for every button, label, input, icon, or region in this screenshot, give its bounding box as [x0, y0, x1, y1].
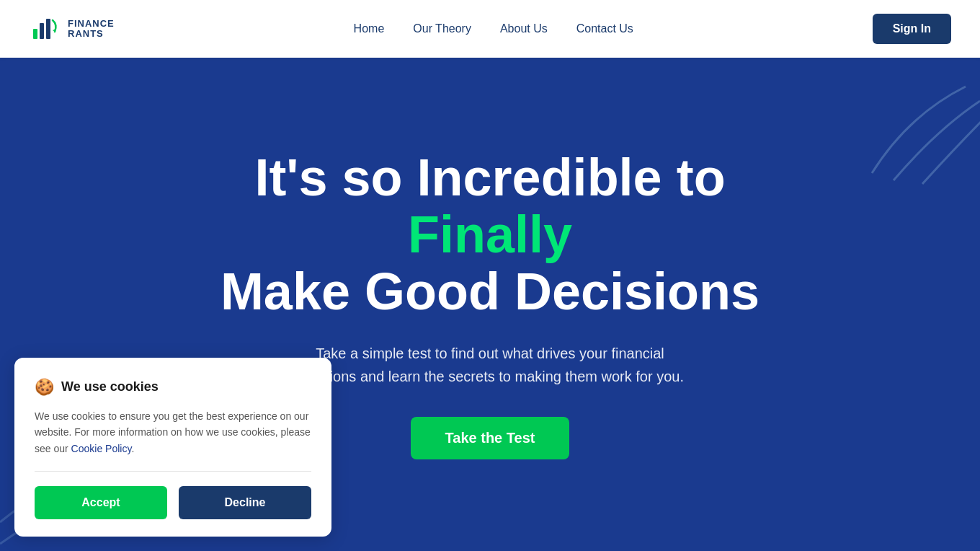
signin-button[interactable]: Sign In — [873, 14, 951, 44]
hero-title-part2: Make Good Decisions — [220, 263, 760, 320]
logo-icon — [29, 13, 61, 45]
take-test-button[interactable]: Take the Test — [411, 417, 570, 459]
svg-rect-2 — [40, 23, 44, 39]
logo-line1: FINANCE — [68, 19, 115, 29]
hero-title-highlight: Finally — [408, 206, 572, 263]
hero-subtitle-line2: decisions and learn the secrets to makin… — [296, 369, 684, 384]
hero-subtitle-line1: Take a simple test to find out what driv… — [316, 345, 664, 361]
svg-rect-3 — [46, 19, 50, 39]
svg-rect-1 — [33, 29, 37, 39]
nav-home[interactable]: Home — [354, 22, 385, 35]
deco-top-right — [836, 72, 980, 188]
logo-text: FINANCE RANTS — [68, 19, 115, 40]
hero-title: It's so Incredible to Finally Make Good … — [195, 149, 785, 321]
nav-contact[interactable]: Contact Us — [576, 22, 633, 35]
cookie-buttons: Accept Decline — [35, 486, 311, 519]
cookie-icon: 🍪 — [35, 378, 54, 397]
cookie-body: We use cookies to ensure you get the bes… — [35, 408, 311, 457]
nav-links: Home Our Theory About Us Contact Us — [354, 22, 633, 35]
logo[interactable]: FINANCE RANTS — [29, 13, 115, 45]
cookie-title: We use cookies — [61, 379, 159, 394]
decline-button[interactable]: Decline — [179, 486, 311, 519]
logo-line2: RANTS — [68, 29, 115, 39]
cookie-policy-link[interactable]: Cookie Policy — [71, 443, 132, 454]
hero-title-part1: It's so Incredible to — [254, 149, 725, 206]
accept-button[interactable]: Accept — [35, 486, 167, 519]
nav-theory[interactable]: Our Theory — [413, 22, 471, 35]
cookie-divider — [35, 471, 311, 472]
cookie-banner: 🍪 We use cookies We use cookies to ensur… — [14, 358, 331, 537]
nav-about[interactable]: About Us — [500, 22, 548, 35]
cookie-header: 🍪 We use cookies — [35, 378, 311, 397]
navbar: FINANCE RANTS Home Our Theory About Us C… — [0, 0, 980, 58]
